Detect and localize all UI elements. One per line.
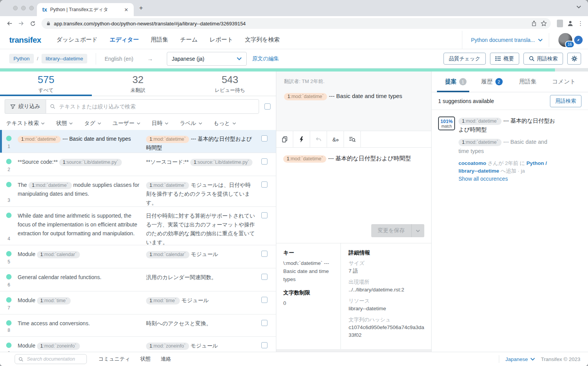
qa-check-button[interactable]: 品質チェック [443, 53, 486, 65]
nav-item-チーム[interactable]: チーム [180, 36, 198, 43]
url-text[interactable]: app.transifex.com/python-doc/python-newe… [54, 21, 527, 27]
transifex-logo[interactable]: transifex [9, 35, 41, 45]
translated-status-dot [6, 136, 12, 141]
filter-dropdown-ユーザー[interactable]: ユーザー [113, 120, 140, 127]
select-all-checkbox[interactable] [264, 103, 271, 110]
list-item[interactable]: 7Module 1:mod:`time` 1:mod:`time` モジュール [0, 291, 276, 314]
filter-dropdown-日時[interactable]: 日時 [152, 120, 168, 127]
reload-icon[interactable] [28, 18, 38, 28]
browser-tab[interactable]: tx Python | Transifexエディタ ✕ [37, 3, 134, 16]
row-checkbox[interactable] [261, 274, 267, 280]
filter-dropdown-タグ[interactable]: タグ [84, 120, 101, 127]
sidebar-tab-用語集[interactable]: 用語集 [510, 72, 546, 92]
filter-dropdown-もっと[interactable]: もっと [214, 120, 236, 127]
back-icon[interactable] [5, 18, 15, 28]
machine-translation-icon[interactable] [293, 131, 310, 147]
share-icon[interactable] [531, 20, 537, 27]
doc-search-input[interactable] [26, 356, 83, 362]
concordance-search-icon[interactable] [344, 131, 361, 147]
tab-list-chevron-icon[interactable] [576, 5, 581, 8]
row-target-text: 日付や時刻に対する算術がサポートされている一方、実装では出力のフォーマットや操作… [146, 207, 259, 245]
nav-item-ダッシュボード[interactable]: ダッシュボード [56, 36, 98, 43]
target-language-select[interactable]: Japanese (ja) [167, 52, 247, 66]
browser-menu-icon[interactable]: ⋮ [578, 20, 583, 27]
footer-link-状態[interactable]: 状態 [140, 356, 151, 363]
footer-link-連絡[interactable]: 連絡 [161, 356, 171, 363]
row-checkbox[interactable] [261, 181, 267, 188]
translation-area[interactable]: 1:mod:`datetime` --- 基本的な日付型および時間型 変更を保存 [276, 148, 431, 243]
list-item[interactable]: 11:mod:`datetime` --- Basic date and tim… [0, 130, 276, 153]
close-tab-icon[interactable]: ✕ [123, 7, 130, 13]
nav-item-用語集[interactable]: 用語集 [151, 36, 168, 43]
glossary-search-button[interactable]: 用語検索 [523, 53, 563, 65]
lock-icon [46, 21, 51, 26]
string-tab-すべて[interactable]: 575すべて [0, 72, 92, 96]
sidebar-tab-履歴[interactable]: 履歴2 [474, 72, 510, 92]
save-changes-button[interactable]: 変更を保存 [371, 224, 424, 237]
breadcrumb-resource[interactable]: library--datetime [42, 54, 88, 63]
variable-chip: 1:source:`Lib/datetime.py` [190, 159, 253, 166]
details-column: 詳細情報 サイズ7 語出現場所../../library/datetime.rs… [341, 243, 431, 349]
list-item[interactable]: 5Module 1:mod:`calendar` 1:mod:`calendar… [0, 245, 276, 268]
show-all-occurrences-link[interactable]: Show all occurences [458, 176, 559, 182]
attribution-link[interactable]: cocoatomo [458, 160, 486, 166]
nav-item-エディター[interactable]: エディター [110, 36, 139, 43]
list-item[interactable]: 8Time access and conversions. 時刻へのアクセスと変… [0, 314, 276, 337]
string-tab-レビュー待ち[interactable]: 543レビュー待ち [184, 72, 276, 96]
bookmark-star-icon[interactable] [541, 20, 547, 27]
overview-button[interactable]: 概要 [490, 53, 519, 65]
copy-source-icon[interactable] [276, 131, 293, 147]
extension-icon[interactable] [557, 20, 563, 27]
footer-link-コミュニティ[interactable]: コミュニティ [98, 356, 130, 363]
edit-source-link[interactable]: 原文の編集 [252, 55, 279, 62]
row-checkbox[interactable] [261, 342, 267, 348]
save-options-chevron-icon[interactable] [411, 224, 424, 237]
settings-gear-button[interactable] [567, 53, 581, 65]
sidebar-tab-label: 用語集 [519, 78, 537, 85]
row-checkbox[interactable] [261, 158, 267, 165]
glossary-search-button[interactable]: 用語検索 [550, 95, 581, 107]
string-search-input[interactable] [58, 103, 255, 110]
list-item[interactable]: 4While date and time arithmetic is suppo… [0, 207, 276, 245]
undo-icon[interactable] [310, 131, 327, 147]
string-tab-未翻訳[interactable]: 32未翻訳 [92, 72, 184, 96]
filter-dropdown-状態[interactable]: 状態 [56, 120, 73, 127]
doc-search-box [15, 354, 87, 364]
save-changes-label[interactable]: 変更を保存 [371, 224, 411, 237]
org-switcher[interactable]: Python document transla... [471, 37, 543, 43]
suggestion-card[interactable]: 101% match 1:mod:`datetime` --- 基本的な日付型お… [432, 110, 588, 188]
chevron-down-icon [237, 57, 242, 60]
maximize-window-button[interactable] [29, 6, 34, 10]
row-checkbox[interactable] [261, 212, 267, 218]
window-controls[interactable] [13, 6, 34, 10]
forward-icon[interactable] [16, 18, 26, 28]
minimize-window-button[interactable] [21, 6, 26, 10]
row-checkbox[interactable] [261, 297, 267, 303]
filter-button[interactable]: 絞り込み [5, 99, 46, 114]
filter-dropdown-テキスト検索[interactable]: テキスト検索 [6, 120, 45, 127]
breadcrumb-project[interactable]: Python [9, 54, 34, 63]
list-item[interactable]: 9Module 1:mod:`zoneinfo` 1:mod:`zoneinfo… [0, 337, 276, 352]
list-item[interactable]: 3The 1:mod:`datetime` module supplies cl… [0, 176, 276, 207]
list-item[interactable]: 6General calendar related functions. 汎用の… [0, 268, 276, 291]
close-window-button[interactable] [13, 6, 18, 10]
nav-item-文字列を検索[interactable]: 文字列を検索 [245, 36, 279, 43]
search-icon [18, 357, 23, 362]
translation-text[interactable]: 1:mod:`datetime` --- 基本的な日付型および時間型 [283, 153, 424, 224]
profile-icon[interactable] [567, 20, 574, 27]
sidebar-tab-提案[interactable]: 提案1 [438, 72, 474, 92]
row-checkbox[interactable] [261, 320, 267, 326]
row-checkbox[interactable] [261, 251, 267, 257]
footer-language-select[interactable]: Japanese [505, 356, 535, 362]
nav-item-レポート[interactable]: レポート [209, 36, 233, 43]
help-compass-icon[interactable] [574, 36, 583, 44]
special-characters-icon[interactable]: & [327, 131, 344, 147]
new-tab-button[interactable]: + [139, 5, 143, 11]
sidebar-tab-コメント[interactable]: コメント [546, 72, 582, 92]
filter-dropdown-ラベル[interactable]: ラベル [180, 120, 202, 127]
row-checkbox[interactable] [261, 135, 267, 141]
chip-number: 1 [149, 298, 152, 303]
list-item[interactable]: 2**Source code:** 1:source:`Lib/datetime… [0, 153, 276, 176]
avatar[interactable]: 16 [558, 33, 572, 47]
address-bar[interactable]: app.transifex.com/python-doc/python-newe… [42, 18, 551, 29]
